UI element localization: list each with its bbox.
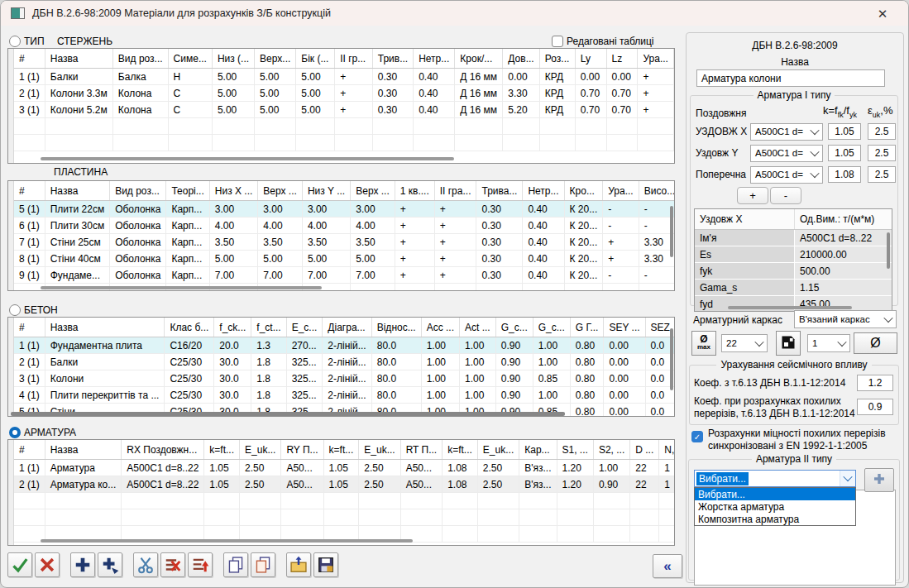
table-cell[interactable]: 325...	[286, 387, 323, 404]
column-header[interactable]: Низ (...	[212, 49, 254, 69]
table-cell[interactable]: Балки	[45, 69, 112, 85]
table-row[interactable]: 1 (1)БалкиБалкаН5.005.005.00+0.300.40Д 1…	[14, 69, 674, 85]
table-cell[interactable]: 0.80	[570, 354, 604, 370]
table-cell[interactable]: 1.08	[443, 460, 478, 476]
en-sync-checkbox[interactable]: ✓	[691, 430, 703, 442]
column-header[interactable]: SEY ...	[604, 318, 645, 337]
table-cell[interactable]: 0.30	[476, 251, 523, 267]
table-cell[interactable]: 2.50	[477, 476, 519, 493]
seismic-coef2-input[interactable]: 0.9	[857, 399, 893, 415]
rebar-props-table[interactable]: Уздовж X Од.Вим.: т/(м*м) Ім'яA500C1 d=8…	[694, 208, 892, 312]
table-cell[interactable]: 1.00	[533, 337, 570, 354]
table-cell[interactable]: 1.00	[533, 387, 570, 404]
table-cell[interactable]: 0.40	[414, 85, 455, 102]
plastina-hscrollbar[interactable]	[41, 286, 322, 289]
type-radio[interactable]	[9, 35, 21, 47]
dropdown-option[interactable]: Вибрати...	[695, 488, 855, 500]
prop-value[interactable]: A500C1 d=8..22	[795, 230, 892, 246]
table-cell[interactable]: A500C1 d=8..22	[122, 460, 204, 476]
column-header[interactable]: Acc ...	[421, 318, 459, 337]
collapse-button[interactable]: «	[653, 554, 682, 578]
column-header[interactable]: Вид роз...	[112, 49, 168, 69]
column-header[interactable]: G_c...	[495, 318, 533, 337]
move-row-button[interactable]	[188, 552, 213, 577]
k-input[interactable]: 1.05	[828, 145, 861, 161]
table-row[interactable]: 2 (1)Арматура ко...A500C1 d=8..221.052.5…	[14, 476, 675, 493]
table-cell[interactable]: 0.90	[495, 370, 533, 387]
table-cell[interactable]: Арматура ко...	[45, 476, 122, 493]
k-input[interactable]: 1.05	[828, 123, 861, 140]
rebar-class-select[interactable]: A500C1 d=	[750, 145, 823, 162]
table-cell[interactable]: Арматура	[45, 460, 122, 476]
table-cell[interactable]: 4.00	[209, 218, 258, 234]
column-header[interactable]: Lz	[606, 49, 638, 69]
table-cell[interactable]: Карп...	[166, 201, 209, 218]
table-cell[interactable]: 1.00	[421, 354, 459, 370]
dmax-button[interactable]: Ø max	[691, 331, 716, 356]
table-cell[interactable]: КРД	[539, 102, 575, 118]
table-cell[interactable]: +	[395, 251, 434, 267]
column-header[interactable]: Назва	[45, 49, 112, 69]
table-cell[interactable]: 5.00	[212, 102, 254, 118]
sterzhen-hscrollbar[interactable]	[41, 157, 454, 160]
table-cell[interactable]: 5.00	[212, 69, 254, 85]
props-vscrollbar[interactable]	[887, 232, 890, 269]
table-row[interactable]: 8 (1)Стіни 40смОболонкаКарп...5.005.005.…	[14, 251, 675, 267]
column-header[interactable]: Верх...	[255, 49, 296, 69]
column-header[interactable]: E_uk...	[477, 440, 519, 460]
column-header[interactable]: k=ft...	[443, 440, 478, 460]
table-cell[interactable]: 1 (1)	[14, 69, 45, 85]
table-cell[interactable]: 0.30	[476, 201, 523, 218]
table-cell[interactable]: 0.80	[570, 387, 604, 404]
beton-vscrollbar[interactable]	[670, 328, 673, 390]
section-button[interactable]	[776, 331, 801, 356]
prop-name[interactable]: Es	[695, 246, 795, 262]
prop-name[interactable]: Ім'я	[695, 230, 795, 246]
column-header[interactable]: Назва	[45, 181, 109, 201]
table-cell[interactable]: 1.05	[323, 460, 359, 476]
table-row[interactable]: 1 (1)Фундаментна плитаC16/2020.01.3270..…	[14, 337, 675, 354]
table-cell[interactable]: +	[434, 218, 476, 234]
table-cell[interactable]: Оболонка	[110, 251, 166, 267]
table-cell[interactable]: 1.00	[460, 354, 496, 370]
table-cell[interactable]: К 20...	[564, 251, 603, 267]
column-header[interactable]: Віднос...	[371, 318, 421, 337]
column-header[interactable]: #	[14, 49, 45, 69]
column-header[interactable]: Низ X ...	[209, 181, 258, 201]
karkas-select[interactable]: В'язаний каркас	[794, 310, 897, 328]
table-cell[interactable]: Карп...	[166, 218, 209, 234]
table-cell[interactable]: 3 (1)	[14, 102, 45, 118]
column-header[interactable]: II гр...	[335, 49, 373, 69]
column-header[interactable]: Кро...	[564, 181, 603, 201]
table-cell[interactable]: C25/30	[165, 354, 214, 370]
editable-tables-checkbox[interactable]	[552, 35, 563, 47]
column-header[interactable]: Роз...	[539, 49, 575, 69]
table-cell[interactable]: +	[335, 69, 373, 85]
table-cell[interactable]: 1.08	[443, 476, 478, 493]
table-cell[interactable]: 0.40	[523, 267, 564, 284]
column-header[interactable]: Клас б...	[165, 318, 214, 337]
table-cell[interactable]: 9 (1)	[14, 267, 45, 284]
column-header[interactable]: G Г...	[570, 318, 604, 337]
name-input[interactable]: Арматура колони	[696, 69, 885, 87]
table-cell[interactable]: 0.00	[604, 404, 645, 418]
table-cell[interactable]: Оболонка	[110, 201, 166, 218]
table-cell[interactable]: КРД	[539, 69, 575, 85]
table-cell[interactable]: Фундаме...	[45, 267, 109, 284]
table-cell[interactable]: 0.30	[476, 267, 523, 284]
column-header[interactable]: RX Поздовжн...	[122, 440, 204, 460]
table-cell[interactable]: 1.20	[557, 460, 593, 476]
table-cell[interactable]: +	[638, 69, 674, 85]
table-cell[interactable]: 5.00	[255, 85, 296, 102]
table-cell[interactable]: 5.00	[209, 251, 258, 267]
table-cell[interactable]: 270...	[286, 337, 323, 354]
table-cell[interactable]: 5.20	[503, 102, 539, 118]
table-cell[interactable]: Колони 5.2м	[45, 102, 112, 118]
table-cell[interactable]: К 20...	[564, 267, 603, 284]
column-header[interactable]: Ура...	[638, 49, 674, 69]
props-hscrollbar[interactable]	[728, 306, 852, 309]
prop-name[interactable]: fyd	[695, 296, 795, 312]
beton-hscrollbar[interactable]	[11, 412, 565, 416]
column-header[interactable]: 1 кв....	[395, 181, 434, 201]
table-cell[interactable]: 1.05	[204, 476, 240, 493]
